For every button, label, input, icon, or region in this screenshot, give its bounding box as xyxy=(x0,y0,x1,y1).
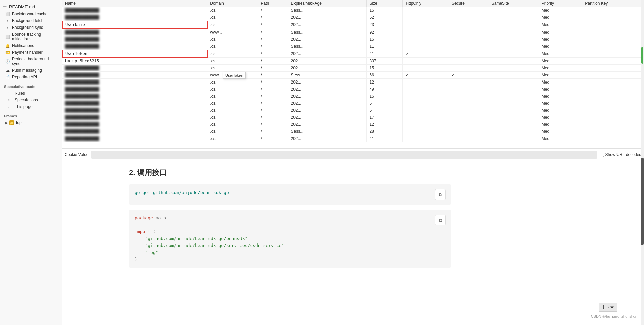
table-row[interactable]: Hm_up_6bcd52f5....cs.../202...307Med... xyxy=(62,57,644,65)
show-url-decoded-checkbox[interactable] xyxy=(600,153,604,157)
sidebar-item-periodicbgsync[interactable]: 🕐 Periodic background sync xyxy=(0,56,62,67)
table-row[interactable]: ██████████████www.../Sess...92Med... xyxy=(62,29,644,36)
frame-item-top[interactable]: ▶ 📁 top xyxy=(0,119,62,126)
cookie-httponly-cell xyxy=(403,57,449,65)
sidebar-item-bounce[interactable]: ⬜ Bounce tracking mitigations xyxy=(0,31,62,42)
cookie-secure-cell xyxy=(449,7,489,14)
scrollbar-thumb-green xyxy=(641,47,643,64)
cookie-expires-cell: Sess... xyxy=(288,43,367,50)
cookie-samesite-cell xyxy=(489,114,539,121)
cookie-size-cell: 28 xyxy=(367,128,403,135)
cookie-domain-cell: .cs... xyxy=(207,100,258,107)
cookie-expires-cell: 202... xyxy=(288,57,367,65)
cookie-httponly-cell xyxy=(403,100,449,107)
col-httponly[interactable]: HttpOnly xyxy=(403,0,449,7)
article-content: 2. 调用接口 go get github.com/anjude/bean-sd… xyxy=(62,161,465,286)
col-domain[interactable]: Domain xyxy=(207,0,258,7)
table-row[interactable]: ██████████████.cs.../202...15Med... xyxy=(62,65,644,72)
cookie-partkey-cell xyxy=(582,86,644,93)
cookie-size-cell: 15 xyxy=(367,7,403,14)
cookie-secure-cell xyxy=(449,128,489,135)
bgsync-icon: ↕ xyxy=(5,25,10,30)
frame-arrow-icon: ▶ xyxy=(5,121,8,125)
table-row[interactable]: ██████████████.cs.../202...12Med... xyxy=(62,79,644,86)
cookie-name-cell: ██████████████ xyxy=(62,14,207,21)
col-secure[interactable]: Secure xyxy=(449,0,489,7)
col-name[interactable]: Name xyxy=(62,0,207,7)
frames-section: Frames ▶ 📁 top xyxy=(0,113,62,126)
table-row[interactable]: ██████████████.cs.../202...41Med... xyxy=(62,135,644,142)
cookie-expires-cell: Sess... xyxy=(288,29,367,36)
col-samesite[interactable]: SameSite xyxy=(489,0,539,7)
sidebar-item-thispage[interactable]: ↕ This page xyxy=(0,103,62,110)
scrollbar-thumb-dark xyxy=(641,158,644,245)
cookie-samesite-cell xyxy=(489,93,539,100)
cookie-path-cell: / xyxy=(258,114,288,121)
cookie-size-cell: 12 xyxy=(367,121,403,128)
cookie-partkey-cell xyxy=(582,121,644,128)
sidebar-item-bgfetch[interactable]: ↕ Background fetch xyxy=(0,17,62,24)
cookie-httponly-cell: ✓ xyxy=(403,72,449,79)
cookie-size-cell: 11 xyxy=(367,43,403,50)
sidebar-item-notifications[interactable]: 🔔 Notifications xyxy=(0,42,62,49)
rules-icon: ↕ xyxy=(8,91,13,96)
sidebar-item-rules[interactable]: ↕ Rules xyxy=(0,90,62,97)
sidebar-item-speculations[interactable]: ↕ Speculations xyxy=(0,97,62,103)
sidebar-item-label: Background fetch xyxy=(12,18,43,23)
cookie-name-cell: ██████████████ xyxy=(62,107,207,114)
right-scrollbar[interactable] xyxy=(641,0,644,325)
sidebar-item-backforward[interactable]: ⬜ Back/forward cache xyxy=(0,11,62,17)
cookie-path-cell: / xyxy=(258,36,288,43)
cookie-name-cell: ██████████████ xyxy=(62,86,207,93)
cookie-partkey-cell xyxy=(582,93,644,100)
table-row[interactable]: UserToken.cs.../202...41✓Med... xyxy=(62,50,644,57)
cookie-httponly-cell xyxy=(403,86,449,93)
sidebar-item-bgsync[interactable]: ↕ Background sync xyxy=(0,24,62,31)
table-row[interactable]: ██████████████.cs.../Sess...11Med... xyxy=(62,43,644,50)
cookie-domain-cell: www... xyxy=(207,72,258,79)
sidebar-item-payment[interactable]: 💳 Payment handler xyxy=(0,49,62,56)
cookie-samesite-cell xyxy=(489,107,539,114)
speculative-loads-title: Speculative loads xyxy=(0,83,62,90)
cookie-partkey-cell xyxy=(582,128,644,135)
table-row[interactable]: ██████████████.cs.../Sess...15Med... xyxy=(62,7,644,14)
cookie-priority-cell: Med... xyxy=(539,100,582,107)
cookie-httponly-cell xyxy=(403,7,449,14)
col-size[interactable]: Size xyxy=(367,0,403,7)
col-expires[interactable]: Expires/Max-Age xyxy=(288,0,367,7)
table-row[interactable]: ██████████████.cs.../202...52Med... xyxy=(62,14,644,21)
cookie-domain-cell: www... xyxy=(207,29,258,36)
col-path[interactable]: Path xyxy=(258,0,288,7)
cookie-size-cell: 41 xyxy=(367,50,403,57)
cookie-size-cell: 5 xyxy=(367,107,403,114)
cookie-expires-cell: Sess... xyxy=(288,128,367,135)
table-row[interactable]: UserName.cs.../202...23Med... xyxy=(62,21,644,29)
table-row[interactable]: ██████████████.cs.../202...17Med... xyxy=(62,114,644,121)
table-row[interactable]: ██████████████.cs.../202...15Med... xyxy=(62,36,644,43)
copy-button-1[interactable]: ⧉ xyxy=(435,189,446,200)
cookie-partkey-cell xyxy=(582,107,644,114)
cookie-priority-cell: Med... xyxy=(539,86,582,93)
table-row[interactable]: ██████████████.cs.../202...12Med... xyxy=(62,121,644,128)
table-row[interactable]: ██████████████.cs.../Sess...28Med... xyxy=(62,128,644,135)
cookie-httponly-cell xyxy=(403,14,449,21)
sidebar-item-reporting[interactable]: 📄 Reporting API xyxy=(0,74,62,80)
copy-button-2[interactable]: ⧉ xyxy=(435,215,446,225)
cookie-partkey-cell xyxy=(582,79,644,86)
sidebar-item-push[interactable]: ☁ Push messaging xyxy=(0,67,62,74)
cookie-priority-cell: Med... xyxy=(539,7,582,14)
col-partkey[interactable]: Partition Key xyxy=(582,0,644,7)
cookie-partkey-cell xyxy=(582,50,644,57)
table-row[interactable]: ██████████████.cs.../202...6Med... xyxy=(62,100,644,107)
table-row[interactable]: ██████████████.cs.../202...49Med... xyxy=(62,86,644,93)
cookie-table-scroll[interactable]: Name Domain Path Expires/Max-Age Size Ht… xyxy=(62,0,644,148)
bounce-icon: ⬜ xyxy=(5,34,10,39)
cookie-priority-cell: Med... xyxy=(539,43,582,50)
cookie-samesite-cell xyxy=(489,7,539,14)
table-row[interactable]: ██████████████.cs.../202...5Med... xyxy=(62,107,644,114)
table-row[interactable]: ██████████████.cs.../202...15Med... xyxy=(62,93,644,100)
speculative-loads-section: Speculative loads ↕ Rules ↕ Speculations… xyxy=(0,83,62,110)
cookie-priority-cell: Med... xyxy=(539,114,582,121)
col-priority[interactable]: Priority xyxy=(539,0,582,7)
table-row[interactable]: ██████████████www.../Sess...66✓✓Med... xyxy=(62,72,644,79)
